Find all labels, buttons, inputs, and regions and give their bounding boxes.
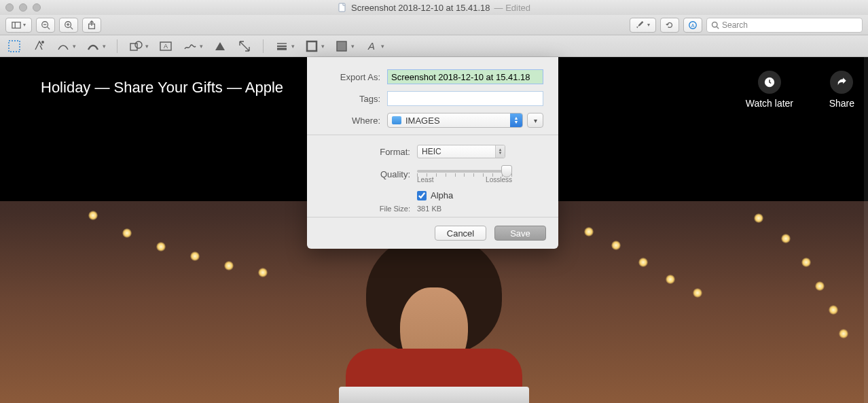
save-button[interactable]: Save — [494, 226, 546, 241]
border-color-tool[interactable]: ▾ — [304, 39, 325, 54]
video-share-label: Share — [829, 98, 854, 109]
chevron-updown-icon: ▲▼ — [510, 113, 522, 127]
video-title: Holiday — Share Your Gifts — Apple — [41, 79, 283, 97]
rotate-button[interactable] — [660, 18, 679, 33]
tags-input[interactable] — [387, 91, 543, 106]
window-titlebar: Screenshot 2018-12-10 at 15.41.18 — Edit… — [0, 0, 868, 15]
export-dialog: Export As: Tags: Where: IMAGES ▲▼ ▾ Form… — [307, 57, 558, 249]
svg-rect-0 — [339, 3, 345, 12]
window-title-suffix: — Edited — [494, 3, 530, 13]
alpha-checkbox[interactable] — [417, 191, 427, 200]
share-arrow-icon — [835, 76, 848, 88]
svg-rect-15 — [9, 41, 20, 52]
vertical-scrollbar[interactable] — [864, 57, 868, 403]
quality-slider[interactable] — [417, 165, 512, 168]
search-icon — [711, 21, 719, 29]
svg-point-13 — [712, 22, 718, 27]
alpha-label: Alpha — [431, 190, 453, 200]
zoom-window-button[interactable] — [33, 3, 41, 12]
instant-alpha-tool[interactable] — [31, 39, 46, 54]
window-title-text: Screenshot 2018-12-10 at 15.41.18 — [351, 3, 490, 13]
watch-later-label: Watch later — [746, 98, 793, 109]
watch-later-button[interactable]: Watch later — [746, 71, 793, 109]
markup-button[interactable]: ▾ — [630, 18, 656, 33]
selection-tool[interactable] — [7, 39, 22, 54]
svg-text:A: A — [691, 22, 695, 27]
where-value: IMAGES — [405, 116, 440, 126]
markup-toolbar: ▾ ▾ ▾ A ▾ ▾ ▾ ▾ A▾ — [0, 35, 868, 57]
quality-least-label: Least — [417, 176, 433, 183]
cancel-button[interactable]: Cancel — [435, 226, 486, 241]
clock-icon — [763, 76, 776, 88]
svg-line-14 — [717, 27, 719, 29]
where-select[interactable]: IMAGES ▲▼ — [387, 113, 523, 128]
format-select[interactable]: HEIC ▲▼ — [417, 145, 505, 158]
search-field[interactable]: Search — [706, 18, 863, 33]
svg-rect-24 — [307, 41, 317, 51]
svg-line-4 — [48, 27, 50, 29]
tags-label: Tags: — [322, 94, 380, 104]
text-style-tool[interactable]: A▾ — [364, 39, 384, 54]
draw-tool[interactable]: ▾ — [86, 39, 106, 54]
svg-line-7 — [71, 27, 73, 29]
slider-thumb[interactable] — [501, 165, 512, 177]
shapes-tool[interactable]: ▾ — [128, 39, 149, 54]
export-as-label: Export As: — [322, 72, 380, 82]
where-label: Where: — [322, 116, 380, 126]
chevron-down-icon: ▾ — [534, 117, 537, 124]
svg-rect-1 — [12, 22, 20, 28]
sketch-tool[interactable]: ▾ — [56, 39, 76, 54]
folder-icon — [392, 116, 401, 124]
svg-point-18 — [135, 41, 142, 48]
zoom-out-button[interactable] — [36, 18, 55, 33]
sign-tool[interactable]: ▾ — [183, 39, 203, 54]
chevron-updown-icon: ▲▼ — [495, 145, 505, 158]
svg-text:A: A — [164, 43, 168, 50]
close-window-button[interactable] — [5, 3, 14, 12]
expand-where-button[interactable]: ▾ — [527, 113, 543, 128]
filesize-label: File Size: — [322, 205, 417, 213]
format-value: HEIC — [422, 147, 441, 156]
format-label: Format: — [322, 147, 410, 157]
video-character — [346, 233, 522, 403]
view-mode-button[interactable]: ▾ — [5, 18, 32, 33]
window-title: Screenshot 2018-12-10 at 15.41.18 — Edit… — [338, 3, 530, 13]
zoom-in-button[interactable] — [59, 18, 78, 33]
svg-text:A: A — [367, 40, 375, 52]
share-button[interactable] — [82, 18, 101, 33]
svg-rect-25 — [337, 41, 346, 51]
svg-point-16 — [42, 41, 43, 42]
adjust-size-tool[interactable] — [237, 39, 252, 54]
shape-style-tool[interactable]: ▾ — [274, 39, 295, 54]
document-icon — [338, 3, 347, 12]
text-tool[interactable]: A — [158, 39, 173, 54]
edit-button[interactable]: A — [683, 18, 702, 33]
export-as-input[interactable] — [387, 69, 543, 84]
filesize-value: 381 KB — [417, 205, 441, 213]
quality-label: Quality: — [322, 169, 410, 179]
video-laptop — [339, 387, 529, 403]
minimize-window-button[interactable] — [19, 3, 27, 12]
search-placeholder: Search — [722, 20, 748, 30]
traffic-lights — [5, 3, 41, 12]
fill-color-tool[interactable]: ▾ — [334, 39, 355, 54]
adjust-color-tool[interactable] — [213, 39, 228, 54]
main-toolbar: ▾ ▾ A Search — [0, 15, 868, 35]
video-share-button[interactable]: Share — [829, 71, 854, 109]
